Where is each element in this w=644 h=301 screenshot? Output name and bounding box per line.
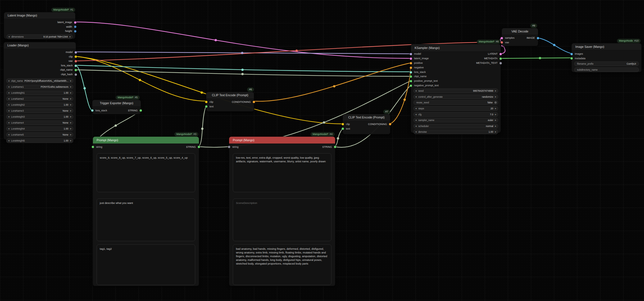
node-title-bar[interactable]: Prompt (Mango): [229, 137, 335, 144]
input-port-negative-prompt-text[interactable]: [410, 85, 412, 87]
output-label-string: STRING: [186, 145, 196, 149]
widget-label: seed: [418, 89, 423, 93]
widget-value: None: [63, 133, 68, 137]
widget-label: reuse_seed: [416, 101, 429, 105]
node-clip-text-encode-negative[interactable]: #7 CLIP Text Encode (Prompt) clip CONDIT…: [343, 114, 390, 134]
widget-loraname5[interactable]: LoraName5None: [6, 132, 73, 137]
widget-label: LoraWeight5: [11, 139, 25, 143]
node-title-bar[interactable]: Image Saver (Mango): [572, 43, 641, 50]
output-port-string[interactable]: [334, 146, 336, 148]
output-port-metadata[interactable]: [500, 58, 502, 60]
input-port-samples[interactable]: [501, 37, 503, 39]
output-port-lora-stack[interactable]: [75, 65, 77, 67]
widget-scheduler[interactable]: schedulernormal: [413, 124, 498, 128]
widget-loraweight5[interactable]: LoraWeight51.00: [6, 138, 73, 143]
widget-loraweight3[interactable]: LoraWeight31.00: [6, 114, 73, 119]
input-port-text[interactable]: [205, 105, 207, 108]
node-title-bar[interactable]: Prompt (Mango): [93, 137, 199, 144]
node-title-bar[interactable]: Trigger Exporter (Mango): [92, 100, 141, 107]
widget-control-after-generate[interactable]: control_after_generaterandomize: [413, 95, 498, 99]
node-trigger-exporter[interactable]: MangoNodeP#5 Trigger Exporter (Mango) lo…: [92, 100, 141, 114]
input-port-negative[interactable]: [410, 67, 412, 69]
input-port-positive[interactable]: [410, 62, 412, 64]
input-port-ckpt-name[interactable]: [410, 75, 412, 78]
node-latent-image[interactable]: MangoNodeP#1 Latent Image (Mango) latent…: [4, 12, 76, 39]
input-port-lora-stack[interactable]: [91, 109, 93, 112]
output-port-height[interactable]: [74, 30, 76, 32]
node-title-bar[interactable]: Latent Image (Mango): [4, 12, 75, 19]
output-port-latent[interactable]: [500, 53, 502, 55]
input-port-string[interactable]: [228, 146, 230, 148]
widget-loraweight2[interactable]: LoraWeight21.00: [6, 103, 73, 107]
input-label-lora-stack: lora_stack: [95, 108, 107, 113]
input-port-latent-image[interactable]: [410, 58, 412, 60]
textarea-quality-tags[interactable]: score_9, score_8_up, score_7_up, score_6…: [97, 153, 195, 192]
output-port-clip[interactable]: [75, 56, 77, 58]
widget-filename-prefix[interactable]: filename_prefixComfyUI: [574, 62, 639, 66]
textarea-extra-tags[interactable]: tag1, tag2: [97, 244, 195, 285]
node-clip-text-encode-positive[interactable]: #6 CLIP Text Encode (Prompt) clip CONDIT…: [206, 92, 254, 112]
output-port-string[interactable]: [140, 109, 142, 112]
node-title-bar[interactable]: KSampler (Mango): [411, 44, 501, 52]
widget-label: scheduler: [418, 124, 429, 128]
output-port-image[interactable]: [537, 37, 539, 39]
widget-loraweight1[interactable]: LoraWeight11.00: [6, 91, 73, 95]
output-port-ckpt-name[interactable]: [75, 69, 77, 71]
node-title-bar[interactable]: CLIP Text Encode (Prompt): [206, 92, 254, 99]
textarea-negative-anatomy-tags[interactable]: bad anatomy, bad hands, missing fingers,…: [233, 244, 331, 285]
output-port-conditioning[interactable]: [389, 123, 391, 125]
input-port-lora-stack[interactable]: [410, 71, 412, 73]
widget-loraweight4[interactable]: LoraWeight41.00: [6, 126, 73, 131]
widget-seed[interactable]: seed995784207474899: [413, 89, 498, 93]
input-port-model[interactable]: [410, 53, 412, 55]
output-port-model[interactable]: [75, 51, 77, 54]
input-port-clip[interactable]: [342, 123, 344, 125]
node-vae-decode[interactable]: #9 VAE Decode samples IMAGE vae: [502, 28, 538, 46]
node-image-saver[interactable]: MangoNode#10 Image Saver (Mango) images …: [571, 43, 642, 72]
widget-loraname3[interactable]: LoraName3None: [6, 108, 73, 113]
widget-denoise[interactable]: denoise1.00: [413, 130, 498, 134]
widget-label: LoraWeight4: [11, 127, 25, 131]
node-prompt-positive[interactable]: MangoNodeP#3 Prompt (Mango) string STRIN…: [93, 136, 199, 286]
node-loader[interactable]: Loader (Mango) model clip vae lora_stack…: [3, 42, 76, 140]
node-prompt-negative[interactable]: MangoNodeP#4 Prompt (Mango) string STRIN…: [229, 136, 335, 286]
node-title-bar[interactable]: Loader (Mango): [4, 42, 76, 49]
output-label-height: height: [65, 29, 72, 34]
input-port-clip[interactable]: [205, 101, 207, 103]
input-port-images[interactable]: [570, 53, 573, 55]
input-port-metadata[interactable]: [570, 57, 573, 60]
output-port-vae[interactable]: [75, 60, 77, 62]
input-label-positive: positive: [414, 61, 423, 65]
widget-steps[interactable]: steps20: [413, 106, 498, 111]
badge-number: #6: [249, 88, 252, 91]
output-port-latent-image[interactable]: [74, 21, 76, 24]
input-port-string[interactable]: [92, 146, 94, 148]
output-port-metadata-text[interactable]: [500, 62, 502, 64]
node-title-bar[interactable]: VAE Decode: [502, 28, 538, 35]
widget-dimensions[interactable]: dimensions9:16 portrait 768×1344: [7, 34, 73, 39]
output-port-ckpt-hash[interactable]: [75, 73, 77, 76]
widget-cfg[interactable]: cfg7.0: [413, 112, 498, 117]
widget-label: LoraName5: [11, 133, 24, 137]
textarea-negative-quality-tags[interactable]: low-res, text, error, extra digit, cropp…: [233, 153, 331, 192]
node-title-bar[interactable]: CLIP Text Encode (Prompt): [343, 114, 390, 121]
output-port-conditioning[interactable]: [253, 101, 255, 103]
input-port-text[interactable]: [342, 128, 344, 130]
graph-canvas[interactable]: MangoNodeP#1 Latent Image (Mango) latent…: [0, 0, 644, 301]
input-label-clip: clip: [209, 100, 213, 104]
output-port-width[interactable]: [74, 26, 76, 28]
textarea-scene-description-placeholder[interactable]: SceneDescription: [233, 198, 331, 241]
widget-reuse-seed-toggle[interactable]: reuse_seedfalse: [413, 100, 498, 105]
node-ksampler[interactable]: MangoNodeP#8 KSampler (Mango) model LATE…: [411, 44, 501, 133]
widget-subdirectory-name[interactable]: subdirectory_name: [574, 67, 639, 72]
widget-loraname4[interactable]: LoraName4None: [6, 120, 73, 125]
input-port-vae[interactable]: [501, 41, 503, 44]
input-port-positive-prompt-text[interactable]: [410, 80, 412, 82]
widget-loraname2[interactable]: LoraName2None: [6, 97, 73, 101]
widget-sampler-name[interactable]: sampler_nameeuler: [413, 118, 498, 122]
widget-loraname1[interactable]: LoraName1PONY/Gothic.safetensors: [6, 85, 73, 89]
widget-ckpt-name[interactable]: ckpt_namePONY/ponyDiffusionV6XL_v6StartW…: [6, 79, 73, 83]
output-port-string[interactable]: [198, 146, 200, 148]
textarea-description[interactable]: just describe what you want: [97, 198, 195, 241]
node-title: CLIP Text Encode (Prompt): [348, 116, 384, 119]
